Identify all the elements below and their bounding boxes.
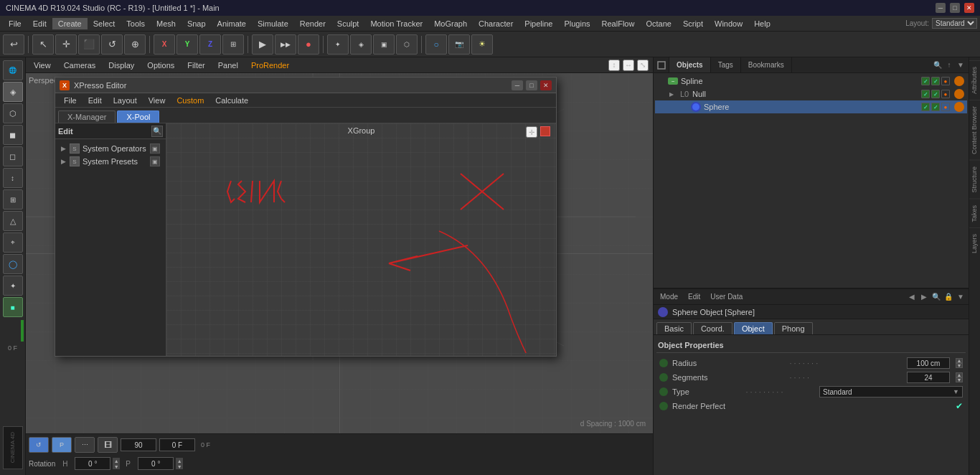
h-spin-up[interactable]: ▲	[113, 458, 120, 464]
menu-file[interactable]: File	[3, 18, 27, 29]
vp-ctrl-btn-rotate[interactable]: ↺	[29, 437, 49, 453]
attr-menu-edit[interactable]: Edit	[684, 292, 704, 301]
attr-nav-back[interactable]: ◀	[907, 292, 917, 302]
xe-search-button[interactable]: 🔍	[151, 126, 163, 137]
menu-animate[interactable]: Animate	[212, 18, 252, 29]
spline-flag-1[interactable]: ✓	[921, 77, 930, 85]
edge-tab-attributes[interactable]: Attributes	[969, 60, 980, 100]
vp-ctrl-btn-p[interactable]: P	[52, 437, 72, 453]
sidebar-btn-6[interactable]: ↕	[3, 168, 23, 188]
rotate-tool-button[interactable]: ↺	[101, 34, 123, 55]
xe-canvas-area[interactable]: XGroup ✛	[166, 123, 556, 356]
null-flag-1[interactable]: ✓	[921, 90, 930, 98]
vp-menu-filter[interactable]: Filter	[184, 60, 208, 70]
menu-motion-tracker[interactable]: Motion Tracker	[364, 18, 428, 29]
type-select[interactable]: Standard ▼	[819, 386, 963, 398]
attr-tab-object[interactable]: Object	[734, 322, 773, 334]
menu-tools[interactable]: Tools	[121, 18, 151, 29]
maximize-button[interactable]: □	[950, 3, 960, 13]
xe-menu-calculate[interactable]: Calculate	[209, 95, 254, 105]
select-tool-button[interactable]: ↖	[32, 34, 54, 55]
vp-menu-cameras[interactable]: Cameras	[60, 60, 100, 70]
play-button[interactable]: ▶	[252, 34, 273, 55]
h-value[interactable]: 0 °	[75, 457, 110, 470]
attr-search[interactable]: 🔍	[931, 292, 941, 302]
cursor-tool-button[interactable]: ⊕	[124, 34, 146, 55]
menu-snap[interactable]: Snap	[182, 18, 212, 29]
obj-item-null[interactable]: ▶ L0 Null ✓ ✓ ●	[655, 88, 967, 100]
play-range-button[interactable]: ▶▶	[275, 34, 296, 55]
sidebar-btn-10[interactable]: ◯	[3, 254, 23, 274]
undo-button[interactable]: ↩	[3, 34, 24, 55]
xe-minimize-button[interactable]: ─	[512, 80, 523, 90]
tab-objects[interactable]: Objects	[669, 57, 711, 72]
menu-character[interactable]: Character	[473, 18, 519, 29]
xe-canvas-move-icon[interactable]: ✛	[526, 126, 537, 138]
uv-mode-button[interactable]: ⬡	[396, 34, 418, 55]
attr-tab-coord[interactable]: Coord.	[693, 322, 732, 334]
vp-icon-3[interactable]: ⤡	[637, 60, 649, 71]
p-value[interactable]: 0 °	[138, 457, 174, 470]
move-tool-button[interactable]: ✛	[55, 34, 77, 55]
sidebar-btn-7[interactable]: ⊞	[3, 189, 23, 210]
tab-bookmarks[interactable]: Bookmarks	[741, 57, 792, 72]
world-button[interactable]: ⊞	[222, 34, 244, 55]
attr-more[interactable]: ▼	[956, 292, 966, 302]
sidebar-btn-3[interactable]: ⬡	[3, 103, 23, 123]
sphere-flag-2[interactable]: ✓	[931, 103, 940, 111]
attr-lock[interactable]: 🔒	[943, 292, 953, 302]
menu-edit[interactable]: Edit	[27, 18, 52, 29]
menu-mesh[interactable]: Mesh	[151, 18, 182, 29]
vp-menu-options[interactable]: Options	[143, 60, 178, 70]
spline-flag-2[interactable]: ✓	[931, 77, 940, 85]
light-button[interactable]: ☀	[471, 34, 493, 55]
attr-tab-basic[interactable]: Basic	[656, 322, 692, 334]
menu-help[interactable]: Help	[748, 18, 776, 29]
menu-sculpt[interactable]: Sculpt	[331, 18, 365, 29]
obj-item-spline[interactable]: ~ Spline ✓ ✓ ●	[655, 75, 967, 88]
edge-tab-content-browser[interactable]: Content Browser	[969, 100, 980, 160]
vp-menu-view[interactable]: View	[30, 60, 55, 70]
segments-spin-up[interactable]: ▲	[956, 372, 963, 377]
vp-icon-2[interactable]: ↔	[623, 60, 634, 71]
sidebar-btn-12[interactable]: ■	[3, 297, 23, 317]
minimize-button[interactable]: ─	[936, 3, 946, 13]
sidebar-btn-4[interactable]: ◼	[3, 125, 23, 145]
xe-canvas-close-icon[interactable]	[540, 126, 550, 136]
menu-script[interactable]: Script	[677, 18, 709, 29]
menu-select[interactable]: Select	[88, 18, 121, 29]
vp-ctrl-btn-grid[interactable]: ⋯	[75, 437, 95, 453]
menu-render[interactable]: Render	[294, 18, 331, 29]
edge-tab-structure[interactable]: Structure	[969, 160, 980, 199]
search-icon[interactable]: 🔍	[933, 60, 943, 70]
viewport[interactable]: Perspective d Spacing : 1000 cm X XPress…	[26, 73, 653, 433]
menu-create[interactable]: Create	[52, 18, 88, 29]
xe-menu-file[interactable]: File	[58, 95, 83, 105]
menu-simulate[interactable]: Simulate	[252, 18, 294, 29]
point-mode-button[interactable]: ✦	[327, 34, 349, 55]
x-axis-button[interactable]: X	[154, 34, 175, 55]
menu-pipeline[interactable]: Pipeline	[519, 18, 558, 29]
close-button[interactable]: ✕	[964, 3, 974, 13]
tab-tags[interactable]: Tags	[711, 57, 741, 72]
sidebar-btn-11[interactable]: ✦	[3, 276, 23, 296]
edge-tab-takes[interactable]: Takes	[969, 199, 980, 228]
xe-menu-view[interactable]: View	[143, 95, 171, 105]
menu-realflow[interactable]: RealFlow	[596, 18, 641, 29]
p-spin-up[interactable]: ▲	[176, 458, 183, 464]
segments-value[interactable]: 24	[907, 372, 950, 383]
xe-menu-layout[interactable]: Layout	[108, 95, 143, 105]
menu-window[interactable]: Window	[709, 18, 748, 29]
y-axis-button[interactable]: Y	[176, 34, 198, 55]
radius-spin-up[interactable]: ▲	[956, 358, 963, 363]
menu-mograph[interactable]: MoGraph	[428, 18, 473, 29]
sidebar-btn-5[interactable]: ◻	[3, 146, 23, 166]
obj-item-sphere[interactable]: Sphere ✓ ✓ ●	[655, 100, 967, 113]
vp-ctrl-btn-film[interactable]: 🎞	[98, 437, 118, 453]
sphere-button[interactable]: ○	[425, 34, 447, 55]
sidebar-btn-9[interactable]: ⌖	[3, 232, 23, 253]
xe-tree-system-operators[interactable]: ▶ S System Operators ▣	[58, 142, 163, 155]
poly-mode-button[interactable]: ▣	[373, 34, 395, 55]
vp-field-0f[interactable]: 0 F	[159, 438, 195, 451]
xe-tab-xpool[interactable]: X-Pool	[117, 110, 159, 123]
